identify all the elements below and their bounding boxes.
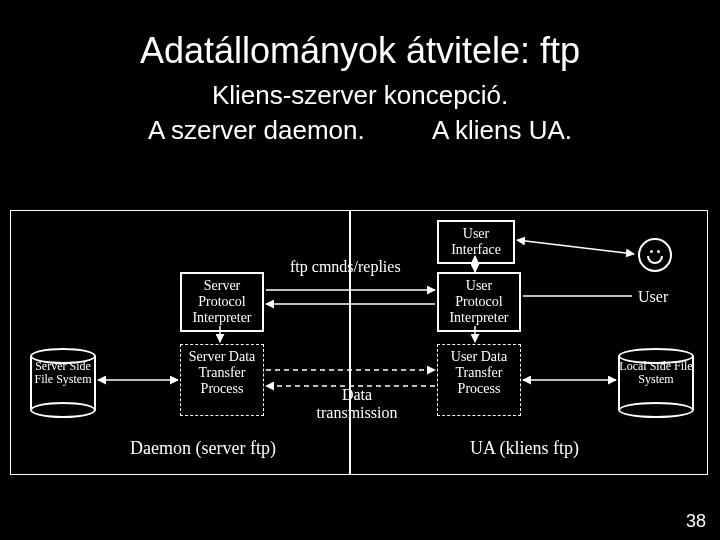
label-client-ua: A kliens UA. — [432, 115, 572, 146]
box-server-protocol-interpreter: Server Protocol Interpreter — [180, 272, 264, 332]
page-number: 38 — [686, 511, 706, 532]
smiley-icon — [638, 238, 672, 272]
subtitle: Kliens-szerver koncepció. — [0, 80, 720, 111]
subtitle-line-2: A szerver daemon. A kliens UA. — [0, 115, 720, 146]
box-user-data-transfer: User Data Transfer Process — [437, 344, 521, 416]
label-data-transmission: Data transmission — [312, 386, 402, 422]
cylinder-server-fs: Server Side File System — [30, 348, 96, 418]
server-group — [10, 210, 350, 475]
box-server-data-transfer: Server Data Transfer Process — [180, 344, 264, 416]
label-ua-client: UA (kliens ftp) — [470, 438, 579, 459]
cylinder-local-fs: Local Side File System — [618, 348, 694, 418]
label-ftp-cmnds: ftp cmnds/replies — [290, 258, 401, 276]
box-user-protocol-interpreter: User Protocol Interpreter — [437, 272, 521, 332]
ftp-diagram: User Interface Server Protocol Interpret… — [10, 210, 710, 490]
label-server-daemon: A szerver daemon. — [148, 115, 365, 146]
box-user-interface: User Interface — [437, 220, 515, 264]
page-title: Adatállományok átvitele: ftp — [0, 0, 720, 72]
label-daemon: Daemon (server ftp) — [130, 438, 276, 459]
label-user: User — [638, 288, 668, 306]
